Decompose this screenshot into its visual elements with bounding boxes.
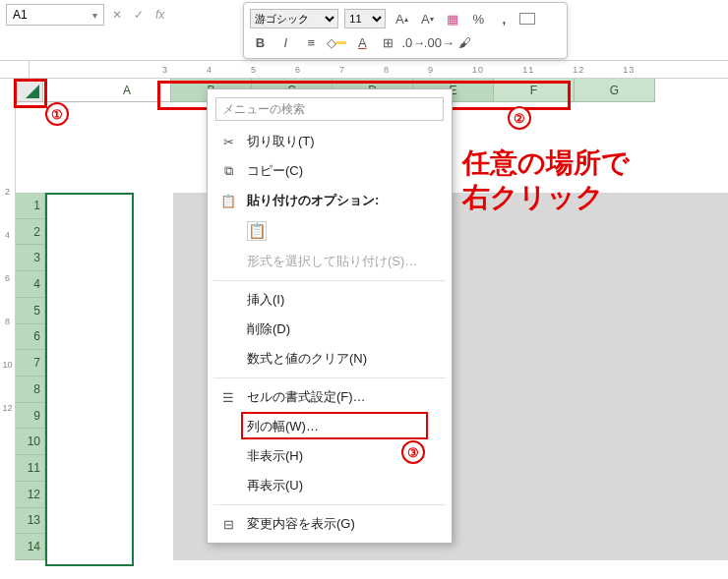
row-header-4[interactable]: 4	[16, 271, 45, 298]
menu-hide-label: 非表示(H)	[247, 447, 303, 465]
font-color-icon[interactable]: A	[352, 32, 372, 52]
column-header-f[interactable]: F	[494, 79, 575, 102]
row-headers[interactable]: 1234567891011121314	[16, 193, 45, 560]
menu-cut-label: 切り取り(T)	[247, 133, 315, 150]
bold-icon[interactable]: B	[250, 32, 270, 52]
format-painter-icon[interactable]: 🖌	[455, 32, 474, 52]
select-all-triangle-icon	[26, 85, 39, 98]
row-header-7[interactable]: 7	[16, 350, 45, 376]
cond-format-icon[interactable]: ▦	[443, 9, 462, 29]
menu-format-cells[interactable]: ☰ セルの書式設定(F)…	[208, 382, 452, 412]
decrease-decimal-icon[interactable]: .00→	[429, 32, 449, 52]
increase-font-icon[interactable]: A▴	[392, 9, 411, 29]
selection-outline	[45, 193, 134, 566]
clipboard-icon: 📋	[219, 194, 237, 208]
increase-decimal-icon[interactable]: .0→	[403, 32, 423, 52]
menu-search-input[interactable]: メニューの検索	[215, 97, 444, 121]
percent-icon[interactable]: %	[468, 9, 488, 29]
menu-show-changes-label: 変更内容を表示(G)	[247, 515, 355, 533]
row-header-11[interactable]: 11	[16, 455, 45, 482]
row-header-8[interactable]: 8	[16, 376, 45, 403]
menu-search-placeholder: メニューの検索	[222, 101, 305, 118]
row-header-14[interactable]: 14	[16, 534, 45, 560]
menu-column-width[interactable]: 列の幅(W)…	[208, 412, 452, 441]
menu-show-changes[interactable]: ⊟ 変更内容を表示(G)	[208, 509, 452, 539]
annotation-badge-1: ①	[45, 102, 69, 126]
align-icon[interactable]: ≡	[301, 32, 321, 52]
menu-insert-label: 挿入(I)	[247, 291, 284, 309]
menu-copy-label: コピー(C)	[247, 162, 303, 180]
show-changes-icon: ⊟	[219, 517, 237, 532]
decrease-font-icon[interactable]: A▾	[417, 9, 437, 29]
menu-insert[interactable]: 挿入(I)	[208, 285, 452, 315]
row-header-2[interactable]: 2	[16, 219, 45, 246]
borders-icon[interactable]: ⊞	[378, 32, 397, 52]
name-box-value: A1	[13, 8, 28, 22]
annotation-text: 任意の場所で 右クリック	[462, 145, 630, 214]
ruler-vertical: 24681012	[0, 79, 16, 560]
menu-paste-options: 📋 貼り付けのオプション:	[208, 186, 452, 215]
select-all-corner[interactable]	[14, 79, 43, 102]
row-header-1[interactable]: 1	[16, 193, 45, 219]
italic-icon[interactable]: I	[275, 32, 295, 52]
menu-unhide-label: 再表示(U)	[247, 477, 303, 494]
menu-format-cells-label: セルの書式設定(F)…	[247, 388, 366, 406]
scissors-icon: ✂	[219, 135, 237, 149]
menu-delete[interactable]: 削除(D)	[208, 315, 452, 344]
chevron-down-icon: ▾	[92, 10, 97, 21]
paste-icon[interactable]: 📋	[247, 221, 267, 241]
row-header-9[interactable]: 9	[16, 403, 45, 430]
menu-clear[interactable]: 数式と値のクリア(N)	[208, 344, 452, 374]
column-header-a[interactable]: A	[43, 79, 171, 102]
menu-paste-special: 形式を選択して貼り付け(S)…	[208, 247, 452, 276]
fill-color-icon[interactable]: ◇	[327, 32, 346, 52]
merge-icon[interactable]	[519, 13, 535, 25]
font-select[interactable]: 游ゴシック	[250, 9, 338, 29]
menu-copy[interactable]: ⧉ コピー(C)	[208, 156, 452, 186]
name-box[interactable]: A1 ▾	[6, 4, 104, 26]
menu-cut[interactable]: ✂ 切り取り(T)	[208, 127, 452, 156]
row-header-3[interactable]: 3	[16, 245, 45, 271]
row-header-12[interactable]: 12	[16, 482, 45, 508]
column-header-g[interactable]: G	[575, 79, 655, 102]
annotation-badge-2: ②	[508, 106, 531, 130]
menu-paste-options-label: 貼り付けのオプション:	[247, 193, 379, 207]
fx-icon: fx	[152, 8, 168, 22]
menu-unhide[interactable]: 再表示(U)	[208, 471, 452, 500]
mini-toolbar: 游ゴシック 11 A▴ A▾ ▦ % , B I ≡ ◇ A ⊞ .0→ .00…	[243, 2, 568, 59]
formula-cancel-icon: ✕	[108, 8, 126, 22]
ruler-horizontal: 345678910111213	[0, 61, 728, 79]
context-menu: メニューの検索 ✂ 切り取り(T) ⧉ コピー(C) 📋 貼り付けのオプション:…	[207, 88, 453, 544]
row-header-5[interactable]: 5	[16, 298, 45, 324]
copy-icon: ⧉	[219, 163, 237, 179]
formula-accept-icon: ✓	[130, 8, 148, 22]
row-header-10[interactable]: 10	[16, 429, 45, 455]
menu-delete-label: 削除(D)	[247, 320, 290, 338]
row-header-6[interactable]: 6	[16, 324, 45, 351]
row-header-13[interactable]: 13	[16, 508, 45, 535]
annotation-badge-3: ③	[401, 440, 425, 464]
format-cells-icon: ☰	[219, 390, 237, 405]
menu-clear-label: 数式と値のクリア(N)	[247, 350, 367, 368]
menu-column-width-label: 列の幅(W)…	[247, 418, 319, 435]
menu-paste-special-label: 形式を選択して貼り付け(S)…	[247, 253, 417, 270]
font-size-select[interactable]: 11	[344, 9, 386, 29]
comma-icon[interactable]: ,	[494, 9, 514, 29]
